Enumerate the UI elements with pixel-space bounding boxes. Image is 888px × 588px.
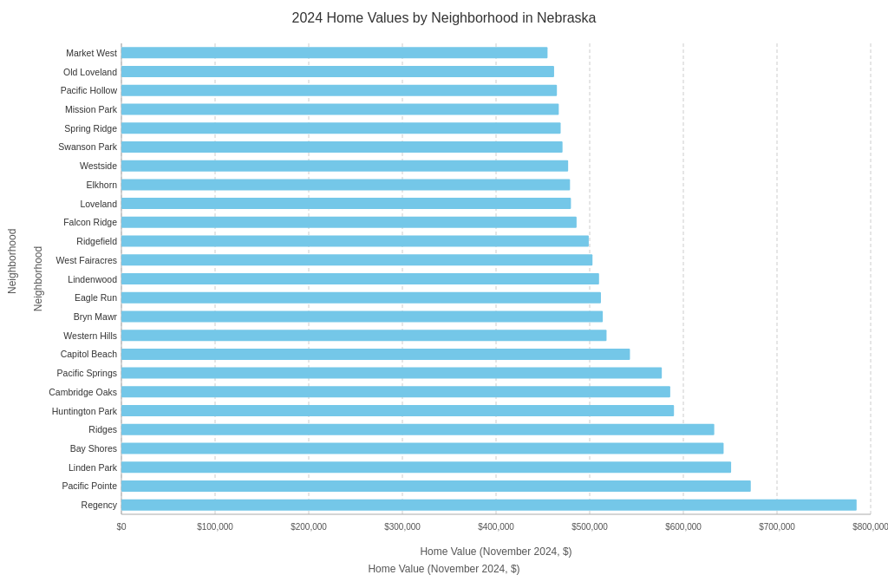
x-axis-label: Home Value (November 2024, $) [0,563,888,575]
svg-rect-40 [121,236,589,247]
svg-text:Cambridge Oaks: Cambridge Oaks [49,387,117,397]
svg-text:Huntington Park: Huntington Park [52,406,118,416]
svg-text:Eagle Run: Eagle Run [75,292,117,303]
svg-rect-52 [121,349,630,360]
svg-text:Spring Ridge: Spring Ridge [64,123,117,134]
svg-rect-48 [121,310,603,322]
svg-text:Loveland: Loveland [80,199,117,209]
svg-text:Mission Park: Mission Park [65,104,118,114]
svg-text:Regency: Regency [82,500,118,510]
chart-svg: $0$100,000$200,000$300,000$400,000$500,0… [30,35,888,562]
svg-rect-36 [121,198,571,209]
svg-text:Ridgefield: Ridgefield [76,236,117,246]
svg-rect-32 [121,160,568,172]
svg-text:Falcon Ridge: Falcon Ridge [63,217,117,227]
svg-rect-22 [121,66,554,77]
svg-rect-42 [121,254,592,265]
svg-text:Swanson Park: Swanson Park [58,141,117,152]
svg-rect-44 [121,273,599,284]
chart-container: 2024 Home Values by Neighborhood in Nebr… [0,0,888,588]
svg-text:$400,000: $400,000 [478,522,514,532]
svg-text:Pacific Springs: Pacific Springs [57,368,117,378]
svg-text:Neighborhood: Neighborhood [32,246,44,311]
svg-rect-54 [121,368,662,379]
svg-rect-60 [121,424,715,435]
svg-text:Pacific Hollow: Pacific Hollow [61,85,118,95]
svg-rect-62 [121,442,723,454]
svg-text:$700,000: $700,000 [759,522,795,532]
svg-text:West Fairacres: West Fairacres [56,255,117,265]
svg-rect-58 [121,405,674,416]
svg-text:Bay Shores: Bay Shores [70,443,117,454]
svg-text:$600,000: $600,000 [665,522,702,532]
svg-text:$0: $0 [116,522,127,532]
svg-text:$500,000: $500,000 [571,522,608,532]
svg-text:Linden Park: Linden Park [69,462,118,473]
svg-rect-56 [121,386,670,397]
svg-rect-38 [121,217,577,228]
svg-text:Capitol Beach: Capitol Beach [61,349,118,359]
svg-text:Westside: Westside [80,160,117,171]
svg-text:Market West: Market West [66,48,117,58]
svg-rect-24 [121,85,557,96]
chart-title: 2024 Home Values by Neighborhood in Nebr… [0,10,888,26]
svg-rect-20 [121,47,547,58]
svg-text:Elkhorn: Elkhorn [86,180,117,190]
svg-rect-30 [121,141,563,153]
svg-text:$200,000: $200,000 [291,522,327,532]
y-axis-label: Neighborhood [6,229,18,294]
svg-rect-68 [121,500,857,511]
svg-text:Western Hills: Western Hills [63,330,117,341]
svg-rect-28 [121,122,561,134]
svg-text:$800,000: $800,000 [852,522,888,532]
svg-text:Pacific Pointe: Pacific Pointe [62,480,117,491]
svg-text:Lindenwood: Lindenwood [68,274,117,284]
svg-rect-26 [121,104,558,115]
svg-text:Ridges: Ridges [88,424,117,434]
svg-rect-64 [121,461,731,473]
svg-text:Bryn Mawr: Bryn Mawr [74,311,118,322]
svg-text:$100,000: $100,000 [197,522,233,532]
svg-rect-66 [121,480,751,492]
svg-rect-46 [121,292,601,304]
svg-rect-50 [121,330,606,341]
svg-text:Home Value (November 2024, $): Home Value (November 2024, $) [420,546,571,558]
svg-text:$300,000: $300,000 [384,522,421,532]
svg-text:Old Loveland: Old Loveland [63,67,117,77]
svg-rect-34 [121,179,570,190]
